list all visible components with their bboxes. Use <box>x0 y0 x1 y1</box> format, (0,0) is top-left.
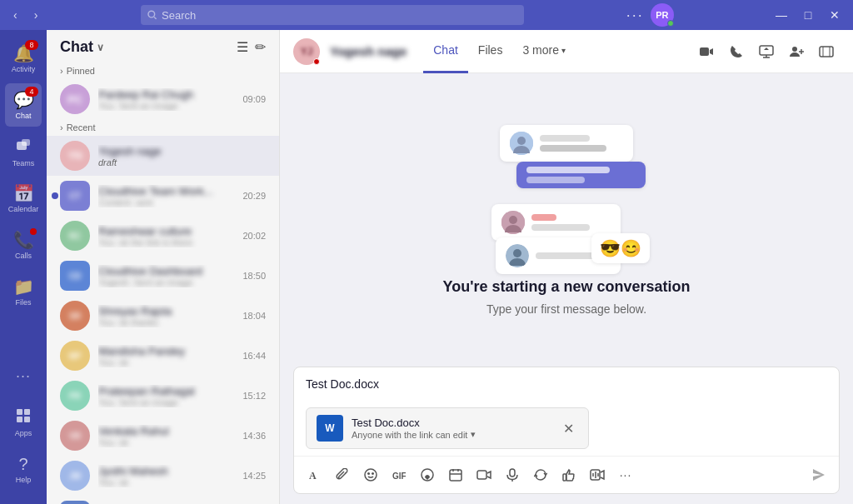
minimize-button[interactable]: — <box>770 3 793 27</box>
attachment-permissions: Anyone with the link can edit ▾ <box>352 429 550 440</box>
chat-name: Mandisha Pandey <box>98 345 234 357</box>
attachment-preview: W Test Doc.docx Anyone with the link can… <box>306 407 589 449</box>
attachment-remove-button[interactable]: ✕ <box>558 418 578 438</box>
bubble-avatar-4 <box>506 244 529 267</box>
illustration-emoji: 😎😊 <box>591 233 650 263</box>
compose-icon[interactable]: ✏ <box>255 39 266 55</box>
sidebar-item-files[interactable]: 📁 Files <box>5 270 42 313</box>
permissions-dropdown-icon[interactable]: ▾ <box>471 429 476 440</box>
tab-more[interactable]: 3 more ▾ <box>512 30 576 73</box>
sidebar-item-calendar[interactable]: 📅 Calendar <box>5 177 42 220</box>
chat-preview: You: ok <box>98 437 234 447</box>
emoji-button[interactable] <box>357 462 384 488</box>
sidebar-item-help[interactable]: ? Help <box>5 447 42 491</box>
list-item[interactable]: MP Mandisha Pandey You: ok 16:44 <box>47 336 279 376</box>
svg-rect-8 <box>700 47 709 56</box>
more-options[interactable]: ··· <box>620 7 651 24</box>
avatar: SR <box>60 301 90 331</box>
filter-icon[interactable]: ☰ <box>237 39 248 55</box>
avatar: JM <box>60 461 90 491</box>
list-item[interactable]: SR Shreyas Rajola You: ok thanks 18:04 <box>47 296 279 336</box>
tab-files[interactable]: Files <box>468 30 513 73</box>
chat-item-info: Prateepan Rathagal You: Sent an image <box>98 385 234 407</box>
chat-list-chevron[interactable]: ∨ <box>97 42 104 53</box>
list-item[interactable]: VR Venkata Rahul You: ok 14:36 <box>47 416 279 456</box>
chat-time: 18:50 <box>242 271 266 281</box>
new-conversation-illustration: 😎😊 <box>483 125 650 258</box>
sidebar-item-more[interactable]: ··· <box>5 354 42 397</box>
avatar: YN <box>60 141 90 171</box>
compose-text-input[interactable]: Test Doc.docx <box>294 367 839 404</box>
chat-item-info: Cloudhive Dashboard Yogesh: Sent an imag… <box>98 265 234 287</box>
more-options-button[interactable] <box>813 38 840 65</box>
maximize-button[interactable]: □ <box>796 3 820 27</box>
svg-point-13 <box>792 47 797 52</box>
audio-message-button[interactable] <box>499 462 526 488</box>
chat-time: 18:04 <box>242 311 266 321</box>
bubble-avatar-1 <box>510 132 533 155</box>
attach-button[interactable] <box>329 462 356 488</box>
chat-preview: Yogesh: Sent an image <box>98 277 234 287</box>
search-input[interactable] <box>162 9 516 22</box>
svg-point-24 <box>513 249 521 257</box>
compose-area: Test Doc.docx W Test Doc.docx Anyone wit… <box>293 367 840 494</box>
gif-button[interactable]: GIF <box>386 462 412 488</box>
avatar: RC <box>60 221 90 251</box>
list-item[interactable]: PR Prateepan Rathagal You: Sent an image… <box>47 376 279 416</box>
sidebar-item-chat[interactable]: 💬 4 Chat <box>5 83 42 127</box>
svg-line-1 <box>154 17 156 18</box>
screen-share-button[interactable] <box>753 38 780 65</box>
more-toolbar-button[interactable]: ··· <box>612 462 639 488</box>
chat-time: 14:36 <box>242 431 266 441</box>
chat-preview: You: ok <box>98 357 234 367</box>
chat-item-info: Venkata Rahul You: ok <box>98 425 234 447</box>
send-button[interactable] <box>806 462 832 488</box>
teams-icon <box>15 137 32 157</box>
chat-time: 14:25 <box>242 471 266 481</box>
sticker-button[interactable] <box>414 462 441 488</box>
profile-avatar[interactable]: PR <box>651 3 674 27</box>
meet-button[interactable] <box>471 462 497 488</box>
forward-button[interactable]: › <box>27 5 45 25</box>
video-call-button[interactable] <box>693 38 720 65</box>
list-item[interactable]: CT Cloudhive Team Work... Content: sent … <box>47 176 279 216</box>
svg-text:A: A <box>309 470 317 482</box>
list-item[interactable]: CD Cloudhive Dashboard Yogesh: Sent an i… <box>47 256 279 296</box>
format-text-button[interactable]: A <box>301 462 327 488</box>
list-item[interactable]: RC Rameshwar culture You: ok the link is… <box>47 216 279 256</box>
audio-call-button[interactable] <box>723 38 750 65</box>
tab-chat[interactable]: Chat <box>423 30 468 73</box>
praise-button[interactable] <box>556 462 582 488</box>
sidebar-item-calls[interactable]: 📞 Calls <box>5 223 42 267</box>
chat-item-info: Mandisha Pandey You: ok <box>98 345 234 367</box>
search-bar[interactable] <box>141 5 524 25</box>
svg-rect-4 <box>17 409 22 415</box>
files-icon: 📁 <box>13 277 34 297</box>
chat-item-info: Cloudhive Team Work... Content: sent <box>98 185 234 207</box>
close-button[interactable]: ✕ <box>823 3 846 27</box>
schedule-button[interactable] <box>442 462 469 488</box>
loop-button[interactable] <box>527 462 554 488</box>
svg-rect-38 <box>563 474 566 481</box>
svg-point-27 <box>368 473 370 475</box>
add-people-button[interactable] <box>783 38 810 65</box>
list-item[interactable]: YN Yogesh nage draft <box>47 136 279 176</box>
sidebar-item-activity[interactable]: 🔔 8 Activity <box>5 37 42 80</box>
chat-name: Cloudhive Dashboard <box>98 265 234 277</box>
sidebar-item-apps[interactable]: Apps <box>5 401 42 444</box>
sidebar-item-teams[interactable]: Teams <box>5 130 42 173</box>
list-item[interactable]: IM Internal Meeting Mahesh: 11 Joining y… <box>47 496 279 504</box>
list-item[interactable]: PC Pardeep Rai Chugh You: Sent an image … <box>47 79 279 119</box>
svg-rect-36 <box>510 469 515 477</box>
chat-preview: You: Sent an image <box>98 101 234 111</box>
section-recent-label: ›Recent <box>47 119 279 136</box>
list-item[interactable]: JM Jyothi Mahesh You: ok 14:25 <box>47 456 279 496</box>
back-button[interactable]: ‹ <box>7 5 24 25</box>
chat-name: Rameshwar culture <box>98 225 234 237</box>
chat-item-info: Jyothi Mahesh You: ok <box>98 465 234 487</box>
video-clip-button[interactable] <box>584 462 611 488</box>
presence-dot <box>313 58 320 65</box>
svg-rect-3 <box>22 139 30 146</box>
chat-name: Shreyas Rajola <box>98 305 234 317</box>
help-icon: ? <box>18 455 27 474</box>
